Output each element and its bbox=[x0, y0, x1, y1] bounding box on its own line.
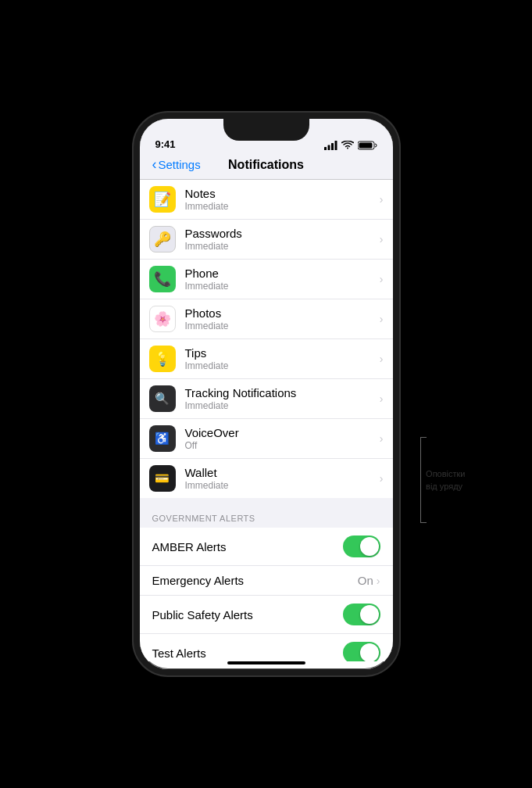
annotation-line1: Оповістки bbox=[426, 467, 465, 481]
emergency-alerts-row[interactable]: Emergency Alerts On › bbox=[140, 566, 393, 596]
emergency-status: On bbox=[358, 574, 373, 587]
voiceover-text: VoiceOver Off bbox=[185, 426, 380, 451]
tracking-chevron-icon: › bbox=[380, 392, 384, 405]
list-item-wallet[interactable]: 💳 Wallet Immediate › bbox=[140, 459, 393, 498]
tips-sub: Immediate bbox=[185, 360, 380, 371]
public-safety-toggle[interactable] bbox=[343, 604, 380, 625]
home-indicator bbox=[227, 661, 305, 664]
back-label: Settings bbox=[159, 158, 201, 171]
list-item-photos[interactable]: 🌸 Photos Immediate › bbox=[140, 299, 393, 339]
notes-text: Notes Immediate bbox=[185, 187, 380, 212]
amber-label: AMBER Alerts bbox=[152, 540, 343, 553]
back-chevron-icon: ‹ bbox=[152, 156, 157, 173]
annotation-text: Оповістки від уряду bbox=[426, 467, 465, 493]
svg-rect-3 bbox=[334, 141, 337, 150]
list-item-notes[interactable]: 📝 Notes Immediate › bbox=[140, 180, 393, 220]
wifi-icon bbox=[341, 141, 354, 150]
tracking-sub: Immediate bbox=[185, 400, 380, 411]
content-area: 📝 Notes Immediate › 🔑 Passwords Immediat… bbox=[140, 180, 393, 661]
phone-chevron-icon: › bbox=[380, 273, 384, 285]
status-icons bbox=[324, 141, 377, 150]
signal-icon bbox=[324, 141, 337, 150]
passwords-text: Passwords Immediate bbox=[185, 227, 380, 252]
list-item-tips[interactable]: 💡 Tips Immediate › bbox=[140, 339, 393, 379]
tracking-icon: 🔍 bbox=[149, 385, 176, 412]
tips-chevron-icon: › bbox=[380, 353, 384, 365]
photos-sub: Immediate bbox=[185, 321, 380, 331]
svg-rect-0 bbox=[324, 147, 327, 150]
test-alerts-label: Test Alerts bbox=[152, 647, 343, 660]
voiceover-icon: ♿ bbox=[149, 425, 176, 452]
passwords-sub: Immediate bbox=[185, 241, 380, 252]
list-item-tracking[interactable]: 🔍 Tracking Notifications Immediate › bbox=[140, 379, 393, 419]
phone-sub: Immediate bbox=[185, 281, 380, 292]
annotation-line2: від уряду bbox=[426, 480, 465, 493]
emergency-label: Emergency Alerts bbox=[152, 574, 358, 587]
test-alerts-row: Test Alerts bbox=[140, 634, 393, 661]
phone-icon: 📞 bbox=[149, 266, 176, 292]
status-bar: 9:41 bbox=[140, 119, 393, 153]
voiceover-chevron-icon: › bbox=[380, 432, 384, 445]
passwords-chevron-icon: › bbox=[380, 233, 384, 245]
annotation-container: Оповістки від уряду bbox=[420, 437, 465, 523]
status-time: 9:41 bbox=[155, 138, 176, 150]
annotation-bracket-group: Оповістки від уряду bbox=[420, 437, 465, 523]
photos-chevron-icon: › bbox=[380, 313, 384, 325]
svg-rect-5 bbox=[359, 143, 372, 149]
page-wrapper: 9:41 bbox=[134, 113, 399, 675]
tracking-name: Tracking Notifications bbox=[185, 386, 380, 399]
amber-alerts-row: AMBER Alerts bbox=[140, 528, 393, 566]
list-item-phone[interactable]: 📞 Phone Immediate › bbox=[140, 260, 393, 299]
annotation-bracket-line bbox=[420, 437, 421, 523]
wallet-sub: Immediate bbox=[185, 480, 380, 491]
nav-bar: ‹ Settings Notifications bbox=[140, 153, 393, 180]
amber-toggle[interactable] bbox=[343, 535, 380, 557]
svg-rect-2 bbox=[331, 143, 334, 150]
app-list-section: 📝 Notes Immediate › 🔑 Passwords Immediat… bbox=[140, 180, 393, 498]
photos-name: Photos bbox=[185, 306, 380, 320]
svg-rect-1 bbox=[327, 145, 330, 151]
notes-icon: 📝 bbox=[149, 186, 176, 213]
notes-chevron-icon: › bbox=[380, 193, 384, 206]
test-alerts-toggle[interactable] bbox=[343, 642, 380, 661]
gov-alerts-header: GOVERNMENT ALERTS bbox=[140, 498, 393, 528]
phone-text: Phone Immediate bbox=[185, 267, 380, 292]
voiceover-sub: Off bbox=[185, 440, 380, 451]
wallet-chevron-icon: › bbox=[380, 472, 384, 485]
list-item-passwords[interactable]: 🔑 Passwords Immediate › bbox=[140, 220, 393, 260]
public-safety-label: Public Safety Alerts bbox=[152, 608, 343, 621]
photos-text: Photos Immediate bbox=[185, 306, 380, 331]
tips-icon: 💡 bbox=[149, 346, 176, 372]
notes-sub: Immediate bbox=[185, 201, 380, 212]
public-safety-row: Public Safety Alerts bbox=[140, 596, 393, 634]
photos-icon: 🌸 bbox=[149, 306, 176, 332]
emergency-chevron-icon: › bbox=[377, 575, 380, 587]
back-button[interactable]: ‹ Settings bbox=[152, 156, 201, 173]
passwords-icon: 🔑 bbox=[149, 226, 176, 253]
tracking-text: Tracking Notifications Immediate bbox=[185, 386, 380, 411]
emergency-right: On › bbox=[358, 574, 380, 587]
list-item-voiceover[interactable]: ♿ VoiceOver Off › bbox=[140, 419, 393, 459]
wallet-icon: 💳 bbox=[149, 465, 176, 492]
wallet-text: Wallet Immediate bbox=[185, 466, 380, 491]
wallet-name: Wallet bbox=[185, 466, 380, 479]
phone-frame: 9:41 bbox=[134, 113, 399, 675]
battery-icon bbox=[358, 141, 377, 150]
phone-name: Phone bbox=[185, 267, 380, 280]
passwords-name: Passwords bbox=[185, 227, 380, 240]
tips-text: Tips Immediate bbox=[185, 346, 380, 371]
voiceover-name: VoiceOver bbox=[185, 426, 380, 439]
notes-name: Notes bbox=[185, 187, 380, 200]
gov-alerts-section: AMBER Alerts Emergency Alerts On › Publi… bbox=[140, 528, 393, 661]
page-title: Notifications bbox=[228, 158, 304, 172]
tips-name: Tips bbox=[185, 346, 380, 360]
